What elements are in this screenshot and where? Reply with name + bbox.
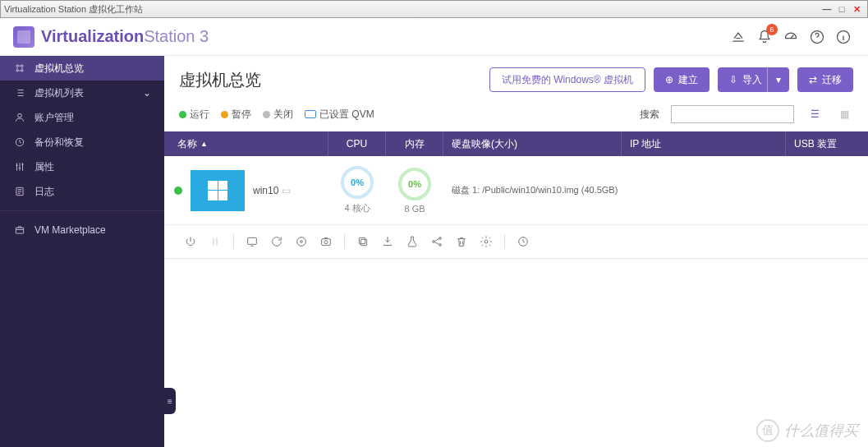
app-brand: VirtualizationStation 3 [41, 27, 209, 46]
export-button[interactable] [376, 232, 399, 251]
app-header: VirtualizationStation 3 6 [0, 18, 868, 56]
svg-rect-15 [361, 239, 366, 245]
filter-stopped[interactable]: 关闭 [263, 108, 293, 122]
marketplace-icon [13, 224, 26, 237]
col-header-cpu[interactable]: CPU [328, 131, 386, 156]
table-header: 名称▲ CPU 内存 硬盘映像(大小) IP 地址 USB 装置 [164, 131, 868, 156]
disc-button[interactable] [290, 232, 313, 251]
settings-button[interactable] [475, 232, 498, 251]
col-header-disk[interactable]: 硬盘映像(大小) [443, 131, 622, 156]
filter-qvm[interactable]: 已设置 QVM [305, 108, 374, 122]
filter-paused[interactable]: 暂停 [221, 108, 251, 122]
svg-point-17 [433, 241, 435, 243]
search-input[interactable] [671, 105, 794, 123]
notifications-icon[interactable]: 6 [753, 25, 776, 48]
svg-point-19 [439, 244, 442, 247]
svg-point-2 [16, 65, 18, 67]
log-icon [13, 185, 26, 198]
view-grid-button[interactable]: ▦ [835, 105, 853, 123]
refresh-button[interactable] [265, 232, 288, 251]
sidebar-item-settings[interactable]: 属性 [0, 154, 164, 179]
col-header-ip[interactable]: IP 地址 [622, 131, 786, 156]
clone-button[interactable] [351, 232, 374, 251]
power-button[interactable] [179, 232, 202, 251]
watermark: 值 什么值得买 [756, 419, 858, 442]
qvm-icon [305, 110, 316, 118]
vm-thumbnail[interactable] [191, 170, 245, 211]
import-button[interactable]: ⇩导入▾ [718, 67, 789, 92]
sidebar-item-marketplace[interactable]: VM Marketplace [0, 218, 164, 242]
list-icon [13, 86, 26, 99]
system-tray-icon[interactable] [727, 25, 750, 48]
view-list-button[interactable]: ☰ [806, 105, 824, 123]
svg-point-4 [16, 70, 18, 71]
memory-gauge: 0% [398, 168, 431, 200]
sidebar: 虚拟机总览 虚拟机列表 ⌄ 账户管理 备份和恢复 属性 日志 VM Market… [0, 56, 164, 447]
plus-icon: ⊕ [665, 74, 673, 85]
sidebar-item-label: 虚拟机列表 [34, 86, 84, 100]
dashboard-icon[interactable] [779, 25, 802, 48]
info-icon[interactable] [832, 25, 855, 48]
pause-button[interactable] [204, 232, 227, 251]
vm-status-dot [174, 187, 182, 195]
chevron-down-icon: ⌄ [143, 87, 151, 99]
window-title: Virtualization Station 虚拟化工作站 [4, 3, 143, 16]
vm-row[interactable]: win10▭ 0% 4 核心 0% 8 GB 磁盘 1: /Public/win… [164, 156, 868, 225]
vm-disk-info: 磁盘 1: /Public/win10/win10.img (40.5GB) [443, 184, 622, 196]
windows-logo-icon [208, 181, 227, 200]
svg-rect-10 [248, 237, 257, 244]
import-icon: ⇩ [729, 74, 737, 85]
sidebar-item-label: 备份和恢复 [34, 136, 84, 150]
col-header-mem[interactable]: 内存 [386, 131, 443, 156]
flask-button[interactable] [401, 232, 424, 251]
search-label: 搜索 [640, 108, 659, 122]
svg-point-14 [324, 241, 328, 244]
close-button[interactable]: ✕ [849, 4, 864, 15]
sidebar-item-overview[interactable]: 虚拟机总览 [0, 56, 164, 81]
sidebar-item-label: 虚拟机总览 [34, 62, 84, 76]
maximize-button[interactable]: □ [834, 4, 849, 14]
vm-action-toolbar [164, 225, 868, 259]
sidebar-item-label: 属性 [34, 160, 54, 174]
sidebar-item-vmlist[interactable]: 虚拟机列表 ⌄ [0, 81, 164, 105]
migrate-icon: ⇄ [809, 74, 817, 85]
minimize-button[interactable]: — [820, 4, 834, 14]
sidebar-item-logs[interactable]: 日志 [0, 179, 164, 204]
sidebar-item-accounts[interactable]: 账户管理 [0, 105, 164, 130]
sidebar-item-label: 日志 [34, 185, 54, 199]
col-header-name[interactable]: 名称▲ [164, 131, 328, 156]
memory-size-label: 8 GB [404, 204, 425, 214]
sliders-icon [13, 160, 26, 173]
svg-point-18 [439, 237, 442, 240]
notification-badge: 6 [766, 24, 778, 35]
cpu-gauge: 0% [341, 166, 374, 199]
create-button[interactable]: ⊕建立 [654, 67, 710, 92]
vm-comment-icon[interactable]: ▭ [282, 185, 291, 196]
svg-rect-16 [359, 237, 365, 243]
snapshot-button[interactable] [315, 232, 338, 251]
cpu-cores-label: 4 核心 [344, 202, 370, 214]
share-button[interactable] [425, 232, 448, 251]
sidebar-collapse-handle[interactable]: ≡ [164, 388, 176, 414]
svg-point-6 [18, 113, 22, 118]
svg-point-11 [297, 237, 306, 247]
import-dropdown-arrow[interactable]: ▾ [767, 67, 789, 92]
vm-name: win10 [253, 185, 278, 196]
window-titlebar: Virtualization Station 虚拟化工作站 — □ ✕ [0, 0, 868, 18]
history-button[interactable] [512, 232, 535, 251]
sort-asc-icon: ▲ [200, 140, 208, 148]
sidebar-item-backup[interactable]: 备份和恢复 [0, 130, 164, 154]
svg-point-3 [21, 65, 23, 67]
delete-button[interactable] [450, 232, 473, 251]
filter-running[interactable]: 运行 [179, 108, 209, 122]
svg-rect-13 [322, 239, 331, 246]
page-title: 虚拟机总览 [179, 69, 261, 91]
svg-rect-9 [16, 228, 23, 233]
help-icon[interactable] [806, 25, 829, 48]
console-button[interactable] [241, 232, 264, 251]
trial-windows-button[interactable]: 试用免费的 Windows® 虚拟机 [489, 67, 645, 92]
backup-icon [13, 136, 26, 149]
migrate-button[interactable]: ⇄迁移 [797, 67, 853, 92]
svg-point-12 [301, 241, 303, 243]
col-header-usb[interactable]: USB 装置 [786, 131, 868, 156]
